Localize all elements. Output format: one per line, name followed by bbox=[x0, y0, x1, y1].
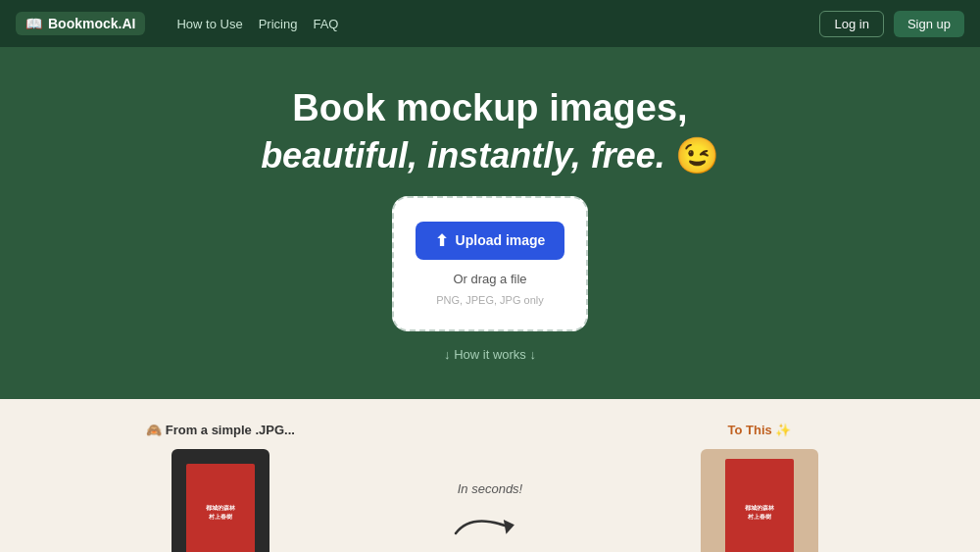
navbar: 📖 Bookmock.AI How to Use Pricing FAQ Log… bbox=[0, 0, 980, 47]
upload-icon: ⬆ bbox=[435, 231, 448, 250]
hero-section: Book mockup images, beautiful, instantly… bbox=[0, 47, 980, 399]
arrow-icon bbox=[451, 504, 529, 543]
logo-icon: 📖 bbox=[25, 16, 42, 31]
hero-title-line2: beautiful, instantly, free. 😉 bbox=[20, 135, 960, 176]
source-book-text: 都城的森林村上春樹 bbox=[206, 504, 235, 522]
logo[interactable]: 📖 Bookmock.AI bbox=[16, 12, 145, 35]
signup-button[interactable]: Sign up bbox=[894, 11, 964, 37]
drag-text: Or drag a file bbox=[414, 272, 566, 286]
result-book-text: 都城的森林村上春樹 bbox=[745, 504, 774, 522]
result-book-container: 都城的森林村上春樹 bbox=[701, 449, 818, 552]
nav-links: How to Use Pricing FAQ bbox=[176, 17, 338, 31]
bottom-to: To This ✨ 都城的森林村上春樹 bbox=[578, 423, 941, 552]
to-label: To This ✨ bbox=[578, 423, 941, 437]
upload-box: ⬆ Upload image Or drag a file PNG, JPEG,… bbox=[392, 196, 588, 331]
navbar-right: Log in Sign up bbox=[819, 11, 964, 37]
result-book: 都城的森林村上春樹 bbox=[725, 459, 794, 552]
nav-faq[interactable]: FAQ bbox=[313, 17, 338, 31]
bottom-from: 🙈 From a simple .JPG... 都城的森林村上春樹 bbox=[39, 423, 402, 552]
login-button[interactable]: Log in bbox=[819, 11, 883, 37]
upload-button-label: Upload image bbox=[456, 232, 546, 248]
svg-marker-0 bbox=[504, 518, 515, 534]
hero-title-line1: Book mockup images, bbox=[20, 86, 960, 131]
bottom-section: 🙈 From a simple .JPG... 都城的森林村上春樹 In sec… bbox=[0, 399, 980, 552]
source-book: 都城的森林村上春樹 bbox=[186, 464, 255, 552]
logo-text: Bookmock.AI bbox=[48, 16, 135, 31]
file-types-text: PNG, JPEG, JPG only bbox=[414, 294, 566, 306]
nav-how-to-use[interactable]: How to Use bbox=[176, 17, 242, 31]
source-book-container: 都城的森林村上春樹 bbox=[172, 449, 270, 552]
hero-emoji: 😉 bbox=[675, 135, 719, 176]
in-seconds-label: In seconds! bbox=[402, 481, 578, 496]
bottom-middle: In seconds! bbox=[402, 423, 578, 543]
arrow-container bbox=[402, 504, 578, 543]
how-it-works-link[interactable]: ↓ How it works ↓ bbox=[20, 347, 960, 362]
nav-pricing[interactable]: Pricing bbox=[259, 17, 298, 31]
main-content: Book mockup images, beautiful, instantly… bbox=[0, 0, 980, 552]
from-label: 🙈 From a simple .JPG... bbox=[39, 423, 402, 437]
upload-button[interactable]: ⬆ Upload image bbox=[416, 222, 565, 260]
